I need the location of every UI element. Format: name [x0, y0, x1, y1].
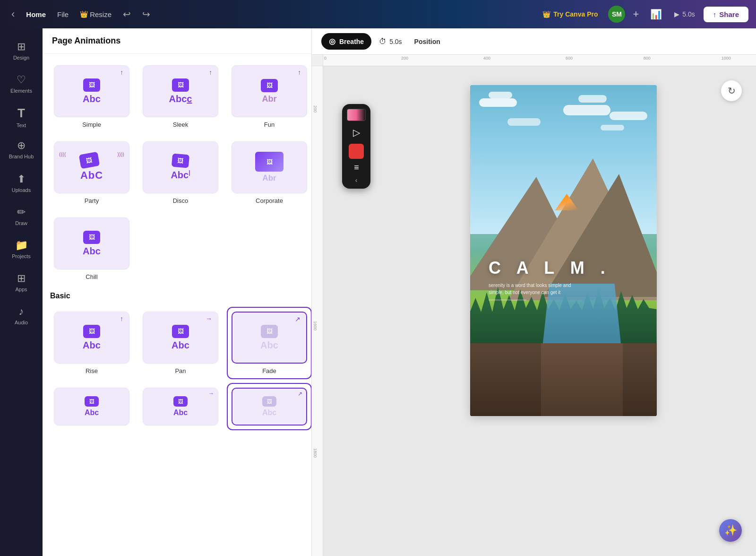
- back-icon[interactable]: ‹: [8, 6, 18, 22]
- animations-panel: Page Animations ↑ 🖼 Abc Simple ↑: [43, 28, 312, 556]
- animation-more-1[interactable]: 🖼 Abc: [50, 384, 133, 429]
- refresh-button[interactable]: ↻: [721, 80, 742, 101]
- animation-more-3[interactable]: ↗ 🖼 Abc: [228, 384, 311, 429]
- crown-icon: 👑: [80, 10, 88, 18]
- design-canvas[interactable]: C A L M . serenity is a word that looks …: [470, 85, 657, 416]
- uploads-icon: ⬆: [17, 173, 26, 185]
- horizontal-ruler: 0 200 400 600 800 1000: [323, 55, 756, 66]
- sidebar-item-text[interactable]: T Text: [2, 100, 40, 133]
- avatar[interactable]: SM: [608, 6, 625, 23]
- sidebar-item-brand-hub[interactable]: ⊕ Brand Hub: [2, 133, 40, 166]
- breathe-chip-icon: ◎: [329, 37, 335, 46]
- crown-icon-pro: 👑: [542, 10, 550, 18]
- animation-corporate[interactable]: 🖼 Abr Corporate: [228, 138, 311, 208]
- audio-icon: ♪: [19, 305, 24, 318]
- animation-sleek[interactable]: ↑ 🖼 Abcc Sleek: [139, 61, 222, 132]
- ruler-row: 0 200 400 600 800 1000: [312, 55, 756, 66]
- sidebar-item-apps[interactable]: ⊞ Apps: [2, 266, 40, 299]
- draw-icon: ✏: [17, 206, 26, 218]
- left-sidebar: ⊞ Design ♡ Elements T Text ⊕ Brand Hub ⬆…: [0, 28, 43, 556]
- vertical-ruler: 200 1600 1800: [312, 66, 323, 556]
- animation-disco[interactable]: 🖼 Abc| Disco: [139, 138, 222, 208]
- sidebar-item-elements[interactable]: ♡ Elements: [2, 67, 40, 100]
- top-navigation: ‹ Home File 👑 Resize ↩ ↪ 👑 Try Canva Pro…: [0, 0, 756, 28]
- share-icon: ↑: [713, 10, 717, 18]
- undo-button[interactable]: ↩: [119, 7, 135, 22]
- stats-icon[interactable]: 📊: [646, 7, 666, 22]
- collapse-button[interactable]: ‹: [355, 176, 358, 184]
- canvas-background: C A L M . serenity is a word that looks …: [470, 85, 657, 416]
- cursor-tool[interactable]: ▷: [351, 125, 362, 140]
- sidebar-item-projects[interactable]: 📁 Projects: [2, 233, 40, 266]
- canvas-area: ◎ Breathe ⏱ 5.0s Position 0 200 400 600 …: [312, 28, 756, 556]
- position-button[interactable]: Position: [410, 35, 445, 48]
- try-canva-pro-button[interactable]: 👑 Try Canva Pro: [536, 8, 604, 21]
- animation-rise[interactable]: ↑ 🖼 Abc Rise: [50, 308, 133, 378]
- canvas-scroll[interactable]: ▷ ≡ ‹: [323, 66, 756, 556]
- canvas-topbar: ◎ Breathe ⏱ 5.0s Position: [312, 28, 756, 55]
- workspace: 200 1600 1800 ▷ ≡ ‹: [312, 66, 756, 556]
- home-button[interactable]: Home: [22, 9, 50, 20]
- animation-chip[interactable]: ◎ Breathe: [321, 33, 371, 50]
- animation-fun[interactable]: ↑ 🖼 Abr Fun: [228, 61, 311, 132]
- sidebar-item-design[interactable]: ⊞ Design: [2, 34, 40, 67]
- clock-icon: ⏱: [379, 37, 387, 46]
- play-icon: ▶: [674, 10, 679, 18]
- animation-simple[interactable]: ↑ 🖼 Abc Simple: [50, 61, 133, 132]
- animation-grid: ↑ 🖼 Abc Simple ↑ 🖼 Abcc Sleek: [43, 54, 311, 437]
- panel-title: Page Animations: [43, 28, 311, 54]
- add-button[interactable]: +: [629, 6, 643, 22]
- magic-button[interactable]: ✨: [719, 519, 742, 542]
- canvas-subtitle: serenity is a word that looks simple and…: [489, 282, 574, 296]
- canvas-title: C A L M .: [489, 258, 611, 278]
- duration-control[interactable]: ⏱ 5.0s: [379, 37, 402, 46]
- main-layout: ⊞ Design ♡ Elements T Text ⊕ Brand Hub ⬆…: [0, 28, 756, 556]
- projects-icon: 📁: [15, 239, 28, 252]
- basic-section-header: Basic: [50, 290, 311, 302]
- play-button[interactable]: ▶ 5.0s: [670, 9, 699, 20]
- animation-chill[interactable]: 🖼 Abc Chill: [50, 214, 133, 284]
- canvas-text-overlay: C A L M . serenity is a word that looks …: [489, 258, 611, 300]
- animation-pan[interactable]: → 🖼 Abc Pan: [139, 308, 222, 378]
- sidebar-item-uploads[interactable]: ⬆ Uploads: [2, 166, 40, 200]
- sidebar-item-draw[interactable]: ✏ Draw: [2, 200, 40, 233]
- redo-button[interactable]: ↪: [138, 7, 154, 22]
- sidebar-item-audio[interactable]: ♪ Audio: [2, 299, 40, 332]
- text-icon: T: [17, 106, 25, 121]
- animation-more-2[interactable]: → 🖼 Abc: [139, 384, 222, 429]
- resize-button[interactable]: 👑 Resize: [76, 9, 115, 20]
- canvas-decorative-line: [489, 300, 526, 300]
- share-button[interactable]: ↑ Share: [704, 7, 748, 22]
- ruler-corner: [312, 55, 323, 66]
- color-strip: [347, 109, 366, 121]
- design-icon: ⊞: [17, 41, 26, 53]
- animation-party[interactable]: 🖼 AbC )))) (((( Party: [50, 138, 133, 208]
- color-swatch[interactable]: [349, 144, 364, 159]
- animation-fade[interactable]: ↗ 🖼 Abc Fade: [228, 308, 311, 378]
- apps-icon: ⊞: [17, 272, 26, 285]
- floating-toolbar: ▷ ≡ ‹: [342, 104, 370, 189]
- brand-hub-icon: ⊕: [17, 139, 26, 152]
- menu-lines[interactable]: ≡: [354, 163, 359, 173]
- file-button[interactable]: File: [53, 9, 72, 20]
- elements-icon: ♡: [17, 74, 26, 86]
